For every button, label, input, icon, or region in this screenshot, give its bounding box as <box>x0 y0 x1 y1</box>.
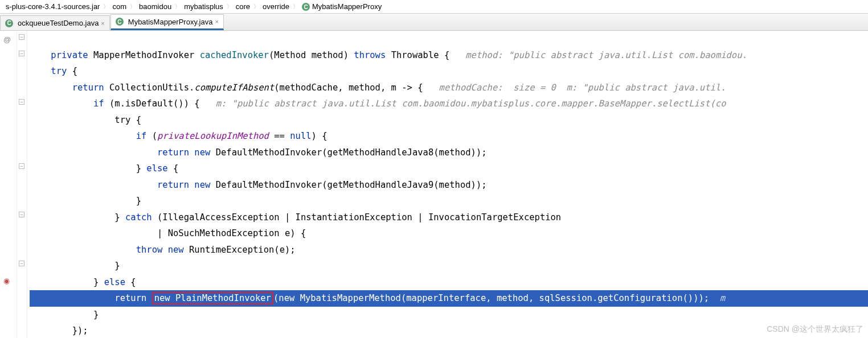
fold-toggle[interactable]: − <box>19 163 24 169</box>
class-icon: C <box>302 3 310 11</box>
code-line: if (m.isDefault()) { m: "public abstract… <box>30 98 726 109</box>
crumb-0[interactable]: s-plus-core-3.4.1-sources.jar <box>2 2 103 11</box>
tab-ockqueue[interactable]: C ockqueueTestDemo.java × <box>0 15 110 30</box>
chevron-right-icon: 〉 <box>227 3 232 11</box>
breadcrumb[interactable]: s-plus-core-3.4.1-sources.jar〉 com〉 baom… <box>0 0 868 14</box>
fold-gutter[interactable]: − − − − − − <box>17 31 27 338</box>
crumb-6[interactable]: CMybatisMapperProxy <box>298 2 385 11</box>
editor-tabs: C ockqueueTestDemo.java × C MybatisMappe… <box>0 14 868 31</box>
code-line: return new DefaultMethodInvoker(getMetho… <box>30 180 487 190</box>
code-line: } else { <box>30 277 136 287</box>
editor: @ ◉ − − − − − − private MapperMethodInvo… <box>0 31 868 338</box>
crumb-1[interactable]: com <box>109 2 130 11</box>
fold-toggle[interactable]: − <box>19 51 24 56</box>
crumb-3[interactable]: mybatisplus <box>181 2 227 11</box>
code-line: if (privateLookupInMethod == null) { <box>30 131 327 141</box>
tab-mybatismapperproxy[interactable]: C MybatisMapperProxy.java × <box>110 14 224 30</box>
chevron-right-icon: 〉 <box>293 3 298 11</box>
code-line: private MapperMethodInvoker cachedInvoke… <box>30 50 747 60</box>
code-area[interactable]: private MapperMethodInvoker cachedInvoke… <box>27 31 868 338</box>
code-line: try { <box>30 115 141 125</box>
code-line: } <box>30 196 141 206</box>
fold-toggle[interactable]: − <box>19 212 24 217</box>
class-icon: C <box>116 18 124 26</box>
red-highlight-box: new PlainMethodInvoker <box>152 292 273 304</box>
code-line: return CollectionUtils.computeIfAbsent(m… <box>30 83 726 93</box>
code-line: | NoSuchMethodException e) { <box>30 228 306 238</box>
tab-label: ockqueueTestDemo.java <box>18 19 99 27</box>
code-line: return new DefaultMethodInvoker(getMetho… <box>30 147 487 158</box>
fold-toggle[interactable]: − <box>19 261 24 266</box>
breakpoint-icon[interactable]: ◉ <box>3 277 10 285</box>
tab-label: MybatisMapperProxy.java <box>128 18 213 26</box>
chevron-right-icon: 〉 <box>130 3 136 11</box>
close-icon[interactable]: × <box>215 18 218 25</box>
crumb-2[interactable]: baomidou <box>136 2 175 11</box>
fold-toggle[interactable]: − <box>19 99 24 105</box>
crumb-4[interactable]: core <box>232 2 253 11</box>
gutter[interactable]: @ ◉ <box>0 31 17 338</box>
override-icon[interactable]: @ <box>3 35 11 44</box>
highlighted-line: return new PlainMethodInvoker(new Mybati… <box>30 290 868 307</box>
code-line: } <box>30 310 99 320</box>
fold-toggle[interactable]: − <box>19 34 24 40</box>
chevron-right-icon: 〉 <box>175 3 181 11</box>
chevron-right-icon: 〉 <box>253 3 259 11</box>
code-line: throw new RuntimeException(e); <box>30 245 296 255</box>
close-icon[interactable]: × <box>101 20 104 27</box>
class-icon: C <box>5 19 13 27</box>
crumb-5[interactable]: override <box>259 2 293 11</box>
code-line: }); <box>30 325 88 336</box>
code-line: } catch (IllegalAccessException | Instan… <box>30 212 561 222</box>
code-line: try { <box>30 66 77 76</box>
chevron-right-icon: 〉 <box>103 3 109 11</box>
code-line: } <box>30 261 120 271</box>
code-line: } else { <box>30 163 178 174</box>
